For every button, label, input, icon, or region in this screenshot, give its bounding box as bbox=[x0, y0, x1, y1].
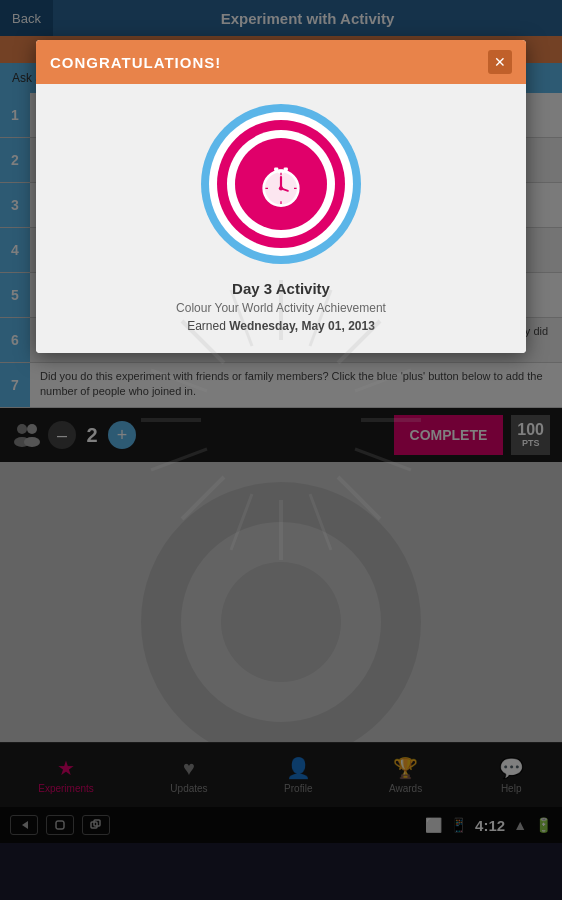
svg-point-33 bbox=[279, 186, 283, 190]
svg-line-18 bbox=[310, 290, 331, 346]
svg-line-17 bbox=[182, 321, 224, 353]
modal-close-button[interactable]: ✕ bbox=[488, 50, 512, 74]
achievement-badge bbox=[201, 104, 361, 264]
modal-title: CONGRATULATIONS! bbox=[50, 54, 221, 71]
burst-background bbox=[131, 270, 431, 353]
svg-rect-29 bbox=[274, 168, 278, 171]
stopwatch-icon bbox=[255, 158, 307, 210]
modal-overlay: CONGRATULATIONS! ✕ bbox=[0, 0, 562, 900]
svg-line-25 bbox=[231, 290, 252, 346]
modal-header: CONGRATULATIONS! ✕ bbox=[36, 40, 526, 84]
congratulations-modal: CONGRATULATIONS! ✕ bbox=[36, 40, 526, 353]
svg-line-11 bbox=[338, 321, 380, 353]
modal-body: Day 3 Activity Colour Your World Activit… bbox=[36, 84, 526, 353]
badge-center bbox=[235, 138, 327, 230]
svg-rect-30 bbox=[284, 168, 288, 171]
